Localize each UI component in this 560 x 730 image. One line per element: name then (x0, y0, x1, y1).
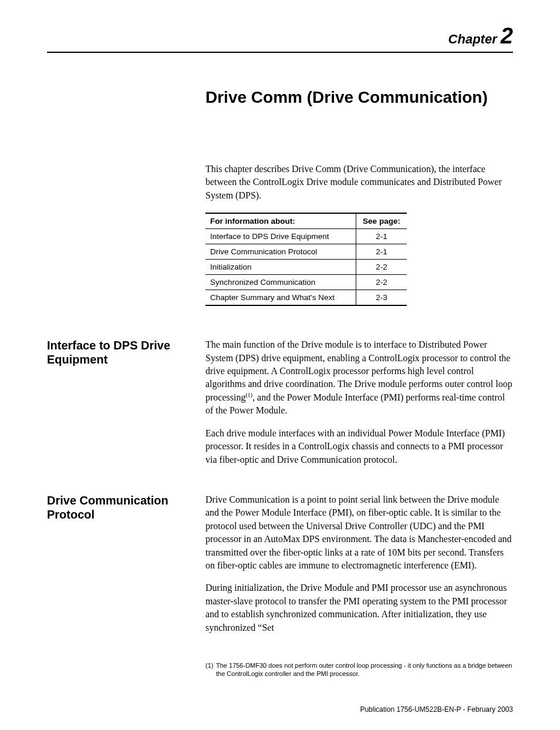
table-row: Interface to DPS Drive Equipment2-1 (205, 229, 407, 244)
table-row: Drive Communication Protocol2-1 (205, 244, 407, 260)
table-cell-topic: Initialization (205, 260, 356, 275)
body-paragraph: During initialization, the Drive Module … (205, 581, 513, 634)
table-cell-topic: Interface to DPS Drive Equipment (205, 229, 356, 244)
footnote-marker: (1) (205, 661, 216, 678)
chapter-label: Chapter (448, 32, 497, 46)
footnote-text: The 1756-DMF30 does not perform outer co… (216, 661, 513, 678)
section-heading: Drive Communication Protocol (47, 493, 205, 644)
table-cell-topic: Drive Communication Protocol (205, 244, 356, 260)
chapter-number: 2 (501, 23, 513, 48)
section-body: The main function of the Drive module is… (205, 338, 513, 476)
section: Interface to DPS Drive EquipmentThe main… (47, 338, 513, 476)
chapter-header: Chapter 2 (47, 23, 513, 53)
table-row: Chapter Summary and What's Next2-3 (205, 290, 407, 306)
footnote: (1) The 1756-DMF30 does not perform oute… (205, 661, 513, 678)
chapter-title: Drive Comm (Drive Communication) (205, 88, 513, 107)
table-header-topic: For information about: (205, 213, 356, 229)
body-paragraph: The main function of the Drive module is… (205, 338, 513, 418)
section-heading: Interface to DPS Drive Equipment (47, 338, 205, 476)
chapter-intro: This chapter describes Drive Comm (Drive… (205, 163, 513, 202)
table-cell-page: 2-2 (356, 275, 407, 290)
publication-info: Publication 1756-UM522B-EN-P - February … (360, 705, 513, 714)
sections-container: Interface to DPS Drive EquipmentThe main… (47, 338, 513, 644)
table-cell-topic: Synchronized Communication (205, 275, 356, 290)
table-cell-page: 2-1 (356, 244, 407, 260)
table-row: Initialization2-2 (205, 260, 407, 275)
body-paragraph: Drive Communication is a point to point … (205, 493, 513, 572)
body-paragraph: Each drive module interfaces with an ind… (205, 427, 513, 466)
table-header-page: See page: (356, 213, 407, 229)
section-body: Drive Communication is a point to point … (205, 493, 513, 644)
table-cell-topic: Chapter Summary and What's Next (205, 290, 356, 306)
table-cell-page: 2-2 (356, 260, 407, 275)
table-body: Interface to DPS Drive Equipment2-1Drive… (205, 229, 407, 306)
table-cell-page: 2-1 (356, 229, 407, 244)
contents-table: For information about: See page: Interfa… (205, 213, 407, 306)
section: Drive Communication ProtocolDrive Commun… (47, 493, 513, 644)
table-row: Synchronized Communication2-2 (205, 275, 407, 290)
table-cell-page: 2-3 (356, 290, 407, 306)
